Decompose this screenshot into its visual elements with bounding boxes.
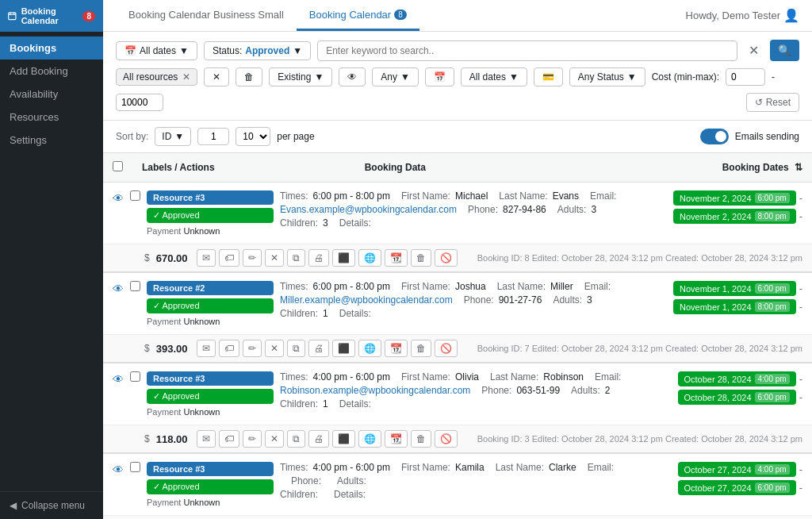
- booking-checkbox-8[interactable]: [130, 190, 140, 201]
- booking-cell-3: 👁 Resource #3 ✓ Approved Payment Unknown…: [103, 363, 812, 453]
- any-filter-button[interactable]: Any ▼: [372, 67, 419, 86]
- ban-action-btn-7[interactable]: 🚫: [435, 340, 458, 357]
- booking-eye-7[interactable]: 👁: [113, 281, 124, 295]
- copy-action-btn-8[interactable]: ⧉: [287, 249, 305, 267]
- email-action-btn-7[interactable]: ✉: [197, 340, 216, 357]
- resource-badge-3[interactable]: Resource #3: [147, 371, 274, 386]
- booking-eye-8[interactable]: 👁: [113, 190, 124, 205]
- date-filter-button[interactable]: 📅 All dates ▼: [116, 41, 197, 60]
- delete-action-btn-3[interactable]: ✕: [265, 430, 284, 448]
- booking-eye-3[interactable]: 👁: [113, 371, 124, 386]
- search-clear-button[interactable]: ✕: [744, 41, 764, 60]
- sidebar-item-availability[interactable]: Availability: [0, 83, 103, 106]
- booking-checkbox-7[interactable]: [130, 281, 140, 291]
- email-action-btn-8[interactable]: ✉: [197, 249, 216, 267]
- price-value-7: 393.00: [156, 343, 188, 355]
- price-value-8: 670.00: [156, 252, 188, 264]
- delete-action-btn-8[interactable]: ✕: [265, 249, 284, 267]
- dash-separator: -: [799, 192, 802, 204]
- resources-tag-remove[interactable]: ✕: [182, 71, 190, 83]
- sort-select[interactable]: ID ▼: [155, 127, 191, 146]
- print-action-btn-7[interactable]: 🖨: [308, 340, 329, 357]
- children-label-8: Children:: [280, 217, 318, 229]
- th-checkbox: [103, 153, 132, 183]
- block-action-btn-3[interactable]: ⬛: [332, 430, 355, 448]
- emails-sending-toggle[interactable]: [700, 129, 729, 144]
- edit-action-btn-7[interactable]: ✏: [243, 340, 262, 357]
- sort-dates-icon[interactable]: ⇅: [795, 162, 802, 173]
- ban-action-btn-8[interactable]: 🚫: [435, 249, 458, 267]
- all-dates-filter-button[interactable]: All dates ▼: [461, 67, 527, 86]
- sidebar-logo[interactable]: Booking Calendar 8: [0, 0, 103, 32]
- email-action-btn-3[interactable]: ✉: [197, 430, 216, 448]
- trash-action-btn-3[interactable]: 🗑: [411, 430, 431, 448]
- keyword-search-input[interactable]: [317, 40, 737, 61]
- email-label-7: Email:: [584, 281, 611, 292]
- cal-action-btn-3[interactable]: 📆: [385, 430, 408, 448]
- resource-badge-7[interactable]: Resource #2: [147, 281, 274, 295]
- topbar-user: Howdy, Demo Tester 👤: [686, 8, 799, 23]
- globe-action-btn-7[interactable]: 🌐: [358, 340, 381, 357]
- booking-eye-2[interactable]: 👁: [113, 462, 124, 476]
- block-action-btn-7[interactable]: ⬛: [332, 340, 355, 357]
- edit-action-btn-3[interactable]: ✏: [243, 430, 262, 448]
- tab-booking-calendar[interactable]: Booking Calendar 8: [297, 0, 419, 31]
- clear-filters-button[interactable]: ✕: [204, 67, 229, 86]
- status-filter-button[interactable]: Status: Approved ▼: [204, 41, 311, 60]
- any-status-filter-button[interactable]: Any Status ▼: [569, 67, 645, 86]
- print-action-btn-8[interactable]: 🖨: [308, 249, 329, 267]
- globe-action-btn-8[interactable]: 🌐: [358, 249, 381, 267]
- delete-action-btn-7[interactable]: ✕: [265, 340, 284, 357]
- trash-action-btn-8[interactable]: 🗑: [411, 249, 431, 267]
- times-value-8: 6:00 pm - 8:00 pm: [313, 190, 390, 202]
- tag-action-btn-8[interactable]: 🏷: [219, 249, 239, 267]
- resource-badge-2[interactable]: Resource #3: [147, 462, 274, 476]
- tag-action-btn-7[interactable]: 🏷: [219, 340, 239, 357]
- collapse-menu-button[interactable]: ◀ Collapse menu: [0, 491, 103, 519]
- tag-action-btn-3[interactable]: 🏷: [219, 430, 239, 448]
- cal-action-btn-7[interactable]: 📆: [385, 340, 408, 357]
- search-submit-button[interactable]: 🔍: [770, 40, 799, 61]
- payment-row-2: Payment Unknown: [147, 498, 274, 507]
- existing-filter-button[interactable]: Existing ▼: [269, 67, 332, 86]
- sidebar-item-add-booking[interactable]: Add Booking: [0, 60, 103, 83]
- copy-action-btn-3[interactable]: ⧉: [287, 430, 305, 448]
- delete-filter-button[interactable]: 🗑: [236, 67, 262, 86]
- ban-action-btn-3[interactable]: 🚫: [435, 430, 458, 448]
- approved-badge-8: ✓ Approved: [147, 208, 274, 223]
- trash-action-btn-7[interactable]: 🗑: [411, 340, 431, 357]
- print-action-btn-3[interactable]: 🖨: [308, 430, 329, 448]
- cost-icon-button[interactable]: 💳: [534, 67, 563, 86]
- page-number-input[interactable]: [197, 128, 229, 145]
- cost-label: Cost (min-max):: [652, 71, 719, 83]
- globe-action-btn-3[interactable]: 🌐: [358, 430, 381, 448]
- per-page-select[interactable]: 10 25 50: [236, 127, 270, 146]
- booking-data-row1-2: Times: 4:00 pm - 6:00 pm First Name: Kam…: [280, 462, 638, 473]
- times-value-7: 6:00 pm - 8:00 pm: [313, 281, 390, 292]
- block-action-btn-8[interactable]: ⬛: [332, 249, 355, 267]
- sidebar-item-settings[interactable]: Settings: [0, 129, 103, 152]
- booking-dates-2: October 27, 2024 4:00 pm - October 27, 2…: [644, 462, 802, 495]
- booking-data-row3-3: Children: 1 Details:: [280, 398, 638, 409]
- cost-max-input[interactable]: [116, 94, 163, 111]
- status-filter-text-label: Status:: [213, 45, 242, 56]
- children-label-3: Children:: [280, 398, 318, 409]
- date2-filter-button[interactable]: 📅: [425, 67, 454, 86]
- calendar-icon-small: 📅: [124, 45, 136, 56]
- select-all-checkbox[interactable]: [113, 161, 123, 171]
- visibility-filter-button[interactable]: 👁: [339, 67, 366, 86]
- date-badge: October 28, 2024 4:00 pm: [678, 371, 796, 386]
- phone-value-7: 901-27-76: [499, 294, 542, 306]
- details-label-7: Details:: [339, 308, 371, 319]
- cal-action-btn-8[interactable]: 📆: [385, 249, 408, 267]
- fname-label-7: First Name:: [401, 281, 450, 292]
- sidebar-item-resources[interactable]: Resources: [0, 106, 103, 129]
- edit-action-btn-8[interactable]: ✏: [243, 249, 262, 267]
- booking-checkbox-2[interactable]: [130, 462, 140, 472]
- sidebar-item-bookings[interactable]: Bookings: [0, 37, 103, 60]
- cost-min-input[interactable]: [726, 68, 765, 86]
- copy-action-btn-7[interactable]: ⧉: [287, 340, 305, 357]
- reset-filters-button[interactable]: ↺ Reset: [746, 93, 799, 112]
- booking-checkbox-3[interactable]: [130, 371, 140, 382]
- resource-badge-8[interactable]: Resource #3: [147, 190, 274, 205]
